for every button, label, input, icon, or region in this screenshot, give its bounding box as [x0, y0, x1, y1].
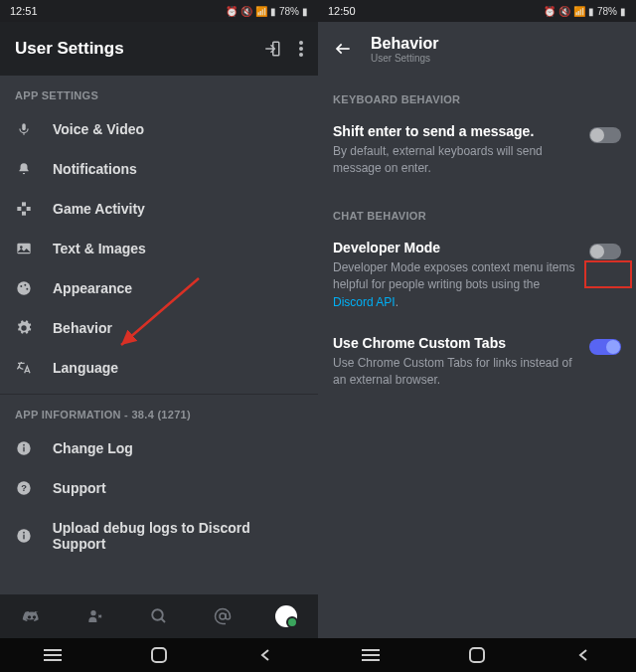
section-app-settings: APP SETTINGS [0, 76, 318, 109]
settings-item-text[interactable]: Text & Images [0, 229, 318, 268]
settings-item-label: Language [53, 360, 118, 376]
section-app-info: APP INFORMATION - 38.4 (1271) [0, 395, 318, 428]
svg-point-19 [23, 444, 25, 446]
tab-home[interactable] [12, 608, 52, 624]
svg-rect-32 [152, 648, 166, 662]
svg-point-26 [152, 609, 163, 620]
tab-profile[interactable] [266, 605, 306, 627]
setting-title: Developer Mode [333, 240, 579, 255]
login-icon[interactable] [263, 40, 281, 58]
nav-home[interactable] [437, 647, 517, 663]
setting-desc: Use Chrome Custom Tabs for links instead… [333, 355, 579, 390]
page-title: Behavior [371, 35, 438, 53]
settings-item-notifications[interactable]: Notifications [0, 149, 318, 189]
gear-icon [15, 320, 33, 336]
settings-item-game[interactable]: Game Activity [0, 189, 318, 229]
nav-back[interactable] [544, 648, 623, 662]
svg-point-24 [23, 532, 25, 534]
wifi-icon: 📶 [573, 6, 585, 17]
battery-pct: 78% [597, 6, 617, 17]
settings-item-behavior[interactable]: Behavior [0, 308, 318, 348]
tab-search[interactable] [139, 607, 179, 625]
setting-shift-enter[interactable]: Shift enter to send a message. By defaul… [318, 113, 636, 192]
svg-rect-7 [17, 207, 21, 211]
svg-point-28 [220, 613, 226, 619]
settings-item-label: Behavior [53, 320, 112, 336]
svg-rect-6 [22, 202, 26, 206]
svg-rect-18 [23, 447, 24, 452]
settings-item-changelog[interactable]: Change Log [0, 428, 318, 468]
svg-point-2 [299, 47, 303, 51]
status-bar: 12:51 ⏰ 🔇 📶 ▮ 78% ▮ [0, 0, 318, 22]
signal-icon: ▮ [588, 6, 594, 17]
nav-back[interactable] [226, 648, 305, 662]
bottom-tabs [0, 594, 318, 638]
group-keyboard: KEYBOARD BEHAVIOR [318, 76, 636, 113]
settings-item-appearance[interactable]: Appearance [0, 268, 318, 308]
status-icons: ⏰ 🔇 📶 ▮ 78% ▮ [544, 6, 626, 17]
gamepad-icon [15, 201, 33, 217]
setting-title: Shift enter to send a message. [333, 123, 579, 139]
settings-item-label: Support [53, 480, 106, 496]
mute-icon: 🔇 [558, 6, 570, 17]
tab-friends[interactable] [76, 608, 115, 624]
android-navbar [0, 638, 318, 672]
settings-item-label: Change Log [53, 440, 133, 456]
palette-icon [15, 280, 33, 296]
settings-item-label: Appearance [53, 280, 132, 296]
discord-api-link[interactable]: Discord API [333, 295, 396, 309]
android-navbar [318, 638, 636, 672]
setting-chrome-tabs[interactable]: Use Chrome Custom Tabs Use Chrome Custom… [318, 325, 636, 404]
help-icon: ? [15, 480, 33, 496]
setting-title: Use Chrome Custom Tabs [333, 335, 579, 351]
settings-item-language[interactable]: Language [0, 348, 318, 388]
nav-recents[interactable] [13, 648, 92, 662]
nav-home[interactable] [119, 647, 199, 663]
toggle-shift-enter[interactable] [589, 127, 621, 143]
group-chat: CHAT BEHAVIOR [318, 192, 636, 230]
settings-item-label: Upload debug logs to Discord Support [53, 520, 303, 552]
alarm-icon: ⏰ [226, 6, 238, 17]
svg-point-13 [20, 285, 22, 287]
header: User Settings [0, 22, 318, 76]
svg-rect-38 [470, 648, 484, 662]
back-button[interactable] [333, 41, 353, 57]
signal-icon: ▮ [270, 6, 276, 17]
more-icon[interactable] [299, 41, 303, 57]
svg-point-12 [17, 281, 30, 294]
svg-rect-9 [22, 212, 26, 216]
svg-point-25 [90, 610, 95, 615]
svg-rect-23 [23, 535, 24, 540]
toggle-developer-mode[interactable] [589, 244, 621, 259]
svg-point-1 [299, 41, 303, 45]
bell-icon [15, 161, 33, 177]
settings-item-upload-logs[interactable]: Upload debug logs to Discord Support [0, 508, 318, 564]
mute-icon: 🔇 [240, 6, 252, 17]
tab-mentions[interactable] [203, 607, 242, 625]
toggle-chrome-tabs[interactable] [589, 339, 621, 355]
setting-desc: Developer Mode exposes context menu item… [333, 259, 579, 311]
battery-pct: 78% [279, 6, 299, 17]
wifi-icon: 📶 [255, 6, 267, 17]
avatar [275, 605, 297, 627]
nav-recents[interactable] [331, 648, 410, 662]
settings-item-label: Voice & Video [53, 121, 144, 137]
desc-b: . [396, 295, 398, 309]
settings-item-voice[interactable]: Voice & Video [0, 109, 318, 149]
language-icon [15, 360, 33, 376]
alarm-icon: ⏰ [544, 6, 556, 17]
info-icon [15, 528, 33, 544]
svg-point-11 [20, 246, 23, 249]
left-pane: 12:51 ⏰ 🔇 📶 ▮ 78% ▮ User Settings APP SE… [0, 0, 318, 672]
svg-point-3 [299, 53, 303, 57]
settings-item-label: Game Activity [53, 201, 145, 217]
right-pane: 12:50 ⏰ 🔇 📶 ▮ 78% ▮ Behavior User Settin… [318, 0, 636, 672]
info-icon [15, 440, 33, 456]
mic-icon [15, 121, 33, 137]
settings-item-label: Text & Images [53, 241, 146, 256]
annotation-highlight [584, 260, 632, 288]
settings-item-support[interactable]: ? Support [0, 468, 318, 508]
svg-rect-4 [22, 123, 26, 130]
svg-point-16 [22, 326, 26, 330]
page-subtitle: User Settings [371, 53, 438, 64]
